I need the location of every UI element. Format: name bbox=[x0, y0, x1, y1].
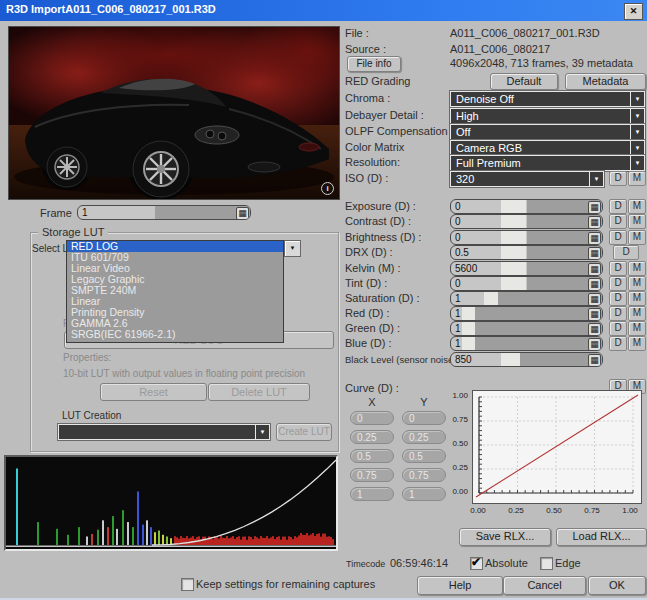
red-d-button[interactable]: D bbox=[609, 306, 627, 321]
chroma-dropdown[interactable]: Denoise Off ▼ bbox=[450, 91, 645, 107]
debayer-label: Debayer Detail : bbox=[345, 109, 424, 121]
close-button[interactable]: ✕ bbox=[624, 3, 643, 20]
saturation-slider[interactable]: 1 ▦ bbox=[450, 291, 603, 306]
lut-creation-dropdown[interactable]: ▼ bbox=[58, 424, 270, 440]
saturation-label: Saturation (D) : bbox=[345, 292, 420, 304]
debayer-dropdown[interactable]: High ▼ bbox=[450, 108, 645, 124]
exposure-slider[interactable]: 0 ▦ bbox=[450, 199, 603, 214]
drx-d-button[interactable]: D bbox=[613, 245, 639, 260]
color-matrix-dropdown[interactable]: Camera RGB ▼ bbox=[450, 140, 645, 156]
spinner-icon[interactable]: ▦ bbox=[236, 207, 249, 220]
curve-ytick: 1.00 bbox=[440, 391, 468, 400]
brightness-slider[interactable]: 0 ▦ bbox=[450, 230, 603, 245]
help-button[interactable]: Help bbox=[417, 576, 503, 595]
spinner-icon[interactable]: ▦ bbox=[588, 323, 601, 336]
select-lut-dropdown-arrow-icon[interactable]: ▼ bbox=[284, 240, 301, 257]
ok-button[interactable]: OK bbox=[588, 576, 646, 595]
dropdown-arrow-icon[interactable]: ▼ bbox=[630, 125, 644, 139]
curve-x0-field[interactable]: 0 bbox=[350, 411, 394, 425]
green-slider[interactable]: 1 ▦ bbox=[450, 321, 603, 336]
drx-slider[interactable]: 0.5 ▦ bbox=[450, 245, 603, 260]
spinner-icon[interactable]: ▦ bbox=[588, 354, 601, 367]
metadata-button[interactable]: Metadata bbox=[565, 73, 646, 90]
contrast-slider[interactable]: 0 ▦ bbox=[450, 214, 603, 229]
file-label: File : bbox=[345, 27, 369, 39]
spinner-icon[interactable]: ▦ bbox=[588, 232, 601, 245]
green-m-button[interactable]: M bbox=[628, 321, 646, 336]
lut-properties-text: 10-bit LUT with output values in floatin… bbox=[63, 368, 305, 379]
red-m-button[interactable]: M bbox=[628, 306, 646, 321]
delete-lut-button[interactable]: Delete LUT bbox=[208, 383, 310, 401]
black-level-label: Black Level (sensor noise): bbox=[345, 354, 459, 365]
load-rlx-button[interactable]: Load RLX... bbox=[556, 528, 647, 546]
file-info-button[interactable]: File info bbox=[347, 56, 401, 72]
blue-d-button[interactable]: D bbox=[609, 336, 627, 351]
dropdown-arrow-icon[interactable]: ▼ bbox=[255, 425, 269, 439]
exposure-d-button[interactable]: D bbox=[609, 199, 627, 214]
curve-ytick: 0.00 bbox=[440, 487, 468, 496]
histogram-panel bbox=[4, 455, 338, 551]
spinner-icon[interactable]: ▦ bbox=[588, 278, 601, 291]
spinner-icon[interactable]: ▦ bbox=[588, 293, 601, 306]
brightness-m-button[interactable]: M bbox=[628, 230, 646, 245]
iso-d-button[interactable]: D bbox=[609, 171, 627, 186]
red-slider[interactable]: 1 ▦ bbox=[450, 306, 603, 321]
blue-slider[interactable]: 1 ▦ bbox=[450, 336, 603, 351]
keep-settings-label: Keep settings for remaining captures bbox=[196, 578, 375, 590]
edge-checkbox[interactable] bbox=[540, 557, 553, 570]
brightness-d-button[interactable]: D bbox=[609, 230, 627, 245]
curve-x4-field[interactable]: 1 bbox=[350, 487, 394, 501]
dropdown-arrow-icon[interactable]: ▼ bbox=[589, 172, 603, 186]
dropdown-arrow-icon[interactable]: ▼ bbox=[630, 156, 644, 170]
spinner-icon[interactable]: ▦ bbox=[588, 216, 601, 229]
exposure-m-button[interactable]: M bbox=[628, 199, 646, 214]
dropdown-arrow-icon[interactable]: ▼ bbox=[630, 141, 644, 155]
keep-settings-checkbox[interactable] bbox=[181, 578, 194, 591]
info-icon[interactable]: i bbox=[321, 182, 334, 195]
default-button[interactable]: Default bbox=[490, 73, 558, 90]
dropdown-arrow-icon[interactable]: ▼ bbox=[630, 92, 644, 106]
kelvin-d-button[interactable]: D bbox=[609, 261, 627, 276]
kelvin-slider[interactable]: 5600 ▦ bbox=[450, 261, 603, 276]
olpf-dropdown[interactable]: Off ▼ bbox=[450, 124, 645, 140]
green-d-button[interactable]: D bbox=[609, 321, 627, 336]
curve-x2-field[interactable]: 0.5 bbox=[350, 449, 394, 463]
spinner-icon[interactable]: ▦ bbox=[588, 247, 601, 260]
iso-dropdown[interactable]: 320 ▼ bbox=[450, 171, 604, 187]
brightness-value: 0 bbox=[455, 231, 461, 244]
curve-xtick: 1.00 bbox=[615, 506, 645, 515]
save-rlx-button[interactable]: Save RLX... bbox=[459, 528, 551, 546]
curve-x3-field[interactable]: 0.75 bbox=[350, 468, 394, 482]
curve-y2-field[interactable]: 0.5 bbox=[402, 449, 446, 463]
select-lut-open-list[interactable]: RED LOG ITU 601/709 Linear Video Legacy … bbox=[66, 240, 284, 343]
black-level-slider[interactable]: 850 ▦ bbox=[450, 352, 603, 367]
create-lut-button[interactable]: Create LUT bbox=[276, 423, 332, 441]
contrast-m-button[interactable]: M bbox=[628, 214, 646, 229]
tint-slider[interactable]: 0 ▦ bbox=[450, 276, 603, 291]
spinner-icon[interactable]: ▦ bbox=[588, 308, 601, 321]
cancel-button[interactable]: Cancel bbox=[503, 576, 586, 595]
spinner-icon[interactable]: ▦ bbox=[588, 338, 601, 351]
file-value: A011_C006_080217_001.R3D bbox=[450, 27, 600, 39]
tint-d-button[interactable]: D bbox=[609, 276, 627, 291]
saturation-m-button[interactable]: M bbox=[628, 291, 646, 306]
kelvin-m-button[interactable]: M bbox=[628, 261, 646, 276]
curve-plot[interactable] bbox=[472, 390, 642, 504]
spinner-icon[interactable]: ▦ bbox=[588, 201, 601, 214]
frame-slider[interactable]: 1 ▦ bbox=[77, 205, 251, 220]
chroma-label: Chroma : bbox=[345, 92, 390, 104]
black-level-value: 850 bbox=[455, 353, 472, 366]
reset-button[interactable]: Reset bbox=[100, 383, 207, 401]
blue-m-button[interactable]: M bbox=[628, 336, 646, 351]
tint-m-button[interactable]: M bbox=[628, 276, 646, 291]
absolute-checkbox[interactable] bbox=[470, 557, 483, 570]
contrast-d-button[interactable]: D bbox=[609, 214, 627, 229]
spinner-icon[interactable]: ▦ bbox=[588, 263, 601, 276]
dropdown-arrow-icon[interactable]: ▼ bbox=[630, 109, 644, 123]
curve-x1-field[interactable]: 0.25 bbox=[350, 430, 394, 444]
resolution-dropdown[interactable]: Full Premium ▼ bbox=[450, 155, 645, 171]
lut-option[interactable]: SRGB(IEC 61966-2.1) bbox=[67, 329, 283, 340]
iso-m-button[interactable]: M bbox=[628, 171, 646, 186]
saturation-value: 1 bbox=[455, 292, 461, 305]
saturation-d-button[interactable]: D bbox=[609, 291, 627, 306]
